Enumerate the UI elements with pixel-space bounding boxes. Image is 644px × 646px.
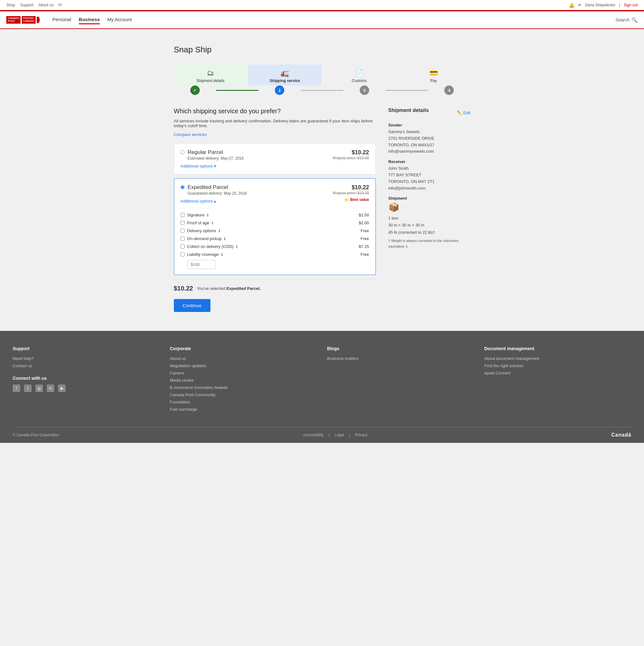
total-desc: You've selected Expedited Parcel. xyxy=(197,286,261,291)
linkedin-icon[interactable]: in xyxy=(47,385,54,392)
twitter-icon[interactable]: t xyxy=(24,385,31,392)
footer-community[interactable]: Canada Post Community xyxy=(170,393,317,397)
option-regular-info: Regular Parcel Estimated delivery: May 2… xyxy=(188,149,244,160)
footer-support-title: Support xyxy=(13,346,160,351)
option-expedited-radio[interactable] xyxy=(180,185,185,189)
step3-icon: 📄 xyxy=(355,69,364,77)
legal-link[interactable]: Legal xyxy=(335,433,344,437)
sender-city: TORONTO, ON M4X1G7 xyxy=(388,142,470,148)
option-expedited-delivery: Guaranteed delivery: May 25, 2018 xyxy=(188,191,247,196)
search-icon[interactable]: 🔍 xyxy=(631,17,638,23)
footer-negotiation[interactable]: Negotiation updates xyxy=(170,363,317,368)
facebook-icon[interactable]: f xyxy=(13,385,20,392)
nav-business[interactable]: Business xyxy=(79,15,100,24)
top-bar-user: 🔔 ✉ Daria Shepelenko | Sign out xyxy=(569,3,638,8)
option-expedited-additional-toggle[interactable]: Additional options ▴ xyxy=(180,199,216,203)
footer-needhelp[interactable]: Need help? xyxy=(13,356,160,361)
shop-link[interactable]: Shop xyxy=(6,3,15,7)
shipment-box: 1 box xyxy=(388,215,470,222)
shipment-label: Shipment xyxy=(388,196,470,201)
compare-link[interactable]: Compare services xyxy=(174,132,207,137)
checkbox-delivery[interactable] xyxy=(180,229,185,233)
sidebar-edit-link[interactable]: ✏️ Edit xyxy=(457,110,470,115)
logo[interactable]: CANADAPOST POSTESCANADA xyxy=(6,16,40,24)
footer-docmgmt-title: Document management xyxy=(484,346,631,351)
info-icon-ondemand[interactable]: ℹ xyxy=(224,237,225,241)
privacy-link[interactable]: Privacy xyxy=(355,433,367,437)
weight-note: † Weight is always corrected to the volu… xyxy=(388,238,470,249)
content-row: Which shipping service do you prefer? Al… xyxy=(174,108,470,312)
accessibility-link[interactable]: Accessibility xyxy=(303,433,324,437)
footer-ecommerce[interactable]: E-commerce Innovation Awards xyxy=(170,385,317,390)
signout-link[interactable]: Sign out xyxy=(624,3,638,7)
best-value-badge: ⭐ Best value xyxy=(344,198,369,202)
sender-name: Sammy's Sweets xyxy=(388,129,470,135)
liability-input[interactable] xyxy=(187,260,216,269)
footer-careers[interactable]: Careers xyxy=(170,370,317,375)
youtube-icon[interactable]: ▶ xyxy=(58,385,66,392)
edit-icon: ✏️ xyxy=(457,110,462,115)
notification-icon[interactable]: 🔔 xyxy=(569,3,574,8)
footer-bottom: © Canada Post Corporation Accessibility … xyxy=(13,427,631,443)
checkbox-liability[interactable] xyxy=(180,252,185,256)
info-icon-delivery[interactable]: ℹ xyxy=(219,229,220,233)
footer-social: f t ig in ▶ xyxy=(13,385,160,392)
signature-cost: $1.50 xyxy=(359,213,369,217)
info-icon-signature[interactable]: ℹ xyxy=(207,213,208,217)
search-text: Search xyxy=(616,17,630,22)
footer-right-solution[interactable]: Find the right solution xyxy=(484,363,631,368)
option-regular-name: Regular Parcel xyxy=(188,149,244,155)
username: Daria Shepelenko xyxy=(585,3,615,7)
footer-grid: Support Need help? Contact us Connect wi… xyxy=(13,346,631,414)
option-regular-additional-toggle[interactable]: Additional options ▾ xyxy=(180,164,216,169)
connect-label: Connect with us xyxy=(13,376,160,381)
option-row-liability: Liability coverage ℹ Free xyxy=(180,252,369,257)
support-link[interactable]: Support xyxy=(20,3,33,7)
nav-personal[interactable]: Personal xyxy=(53,15,71,24)
section-subtext: All services include tracking and delive… xyxy=(174,119,376,128)
footer-epost[interactable]: epost Connect xyxy=(484,370,631,375)
delivery-label: Delivery options xyxy=(187,228,216,233)
nav-search[interactable]: Support Search 🔍 xyxy=(616,17,638,23)
continue-button[interactable]: Continue xyxy=(174,299,210,312)
info-icon-liability[interactable]: ℹ xyxy=(221,252,223,257)
sender-email: info@sammysweets.com xyxy=(388,148,470,155)
footer-fuel[interactable]: Fuel surcharge xyxy=(170,407,317,412)
mail-icon[interactable]: ✉ xyxy=(578,3,581,7)
total-service: Expedited Parcel. xyxy=(226,286,260,291)
info-icon-proofage[interactable]: ℹ xyxy=(212,221,213,225)
step-line-3 xyxy=(386,90,428,91)
footer-foundation[interactable]: Foundation xyxy=(170,400,317,404)
total-bar: $10.22 You've selected Expedited Parcel. xyxy=(174,279,376,298)
about-link[interactable]: About us xyxy=(38,3,53,7)
checkbox-ondemand[interactable] xyxy=(180,237,185,241)
signature-label: Signature xyxy=(187,213,205,217)
sidebar-header-row: Shipment details ✏️ Edit xyxy=(388,108,470,118)
footer-media[interactable]: Media centre xyxy=(170,378,317,383)
total-price: $10.22 xyxy=(174,285,193,292)
footer-business-matters[interactable]: Business matters xyxy=(327,356,474,361)
instagram-icon[interactable]: ig xyxy=(35,385,43,392)
footer-contact[interactable]: Contact us xyxy=(13,363,160,368)
step-bubble-4: 4 xyxy=(444,86,454,95)
step2-icon: 🚛 xyxy=(280,69,289,77)
info-icon-cod[interactable]: ℹ xyxy=(236,244,238,249)
receiver-label: Receiver xyxy=(388,159,470,164)
receiver-info: John Smith 777 BAY STREET TORONTO, ON M4… xyxy=(388,165,470,192)
shipment-details: 1 box 30 in × 30 in × 30 in 45 lb (corre… xyxy=(388,215,470,249)
footer-about-docmgmt[interactable]: About document management xyxy=(484,356,631,361)
option-regular-radio[interactable] xyxy=(180,150,185,154)
receiver-name: John Smith xyxy=(388,165,470,172)
option-row-signature: Signature ℹ $1.50 xyxy=(180,213,369,217)
checkbox-cod[interactable] xyxy=(180,244,185,248)
option-regular-price: $10.22 xyxy=(333,149,369,156)
option-regular-orig-price: Regular price: $12.30 xyxy=(333,156,369,160)
lang-link[interactable]: Fr xyxy=(58,3,62,7)
sender-info: Sammy's Sweets 2701 RIVERSIDE DRIVE TORO… xyxy=(388,129,470,155)
info-icon-weight[interactable]: ℹ xyxy=(406,244,407,248)
nav-myaccount[interactable]: My Account xyxy=(107,15,132,24)
checkbox-proofage[interactable] xyxy=(180,221,185,225)
footer-aboutus[interactable]: About us xyxy=(170,356,317,361)
checkbox-signature[interactable] xyxy=(180,213,185,217)
ondemand-label: On-demand pickup xyxy=(187,236,222,241)
